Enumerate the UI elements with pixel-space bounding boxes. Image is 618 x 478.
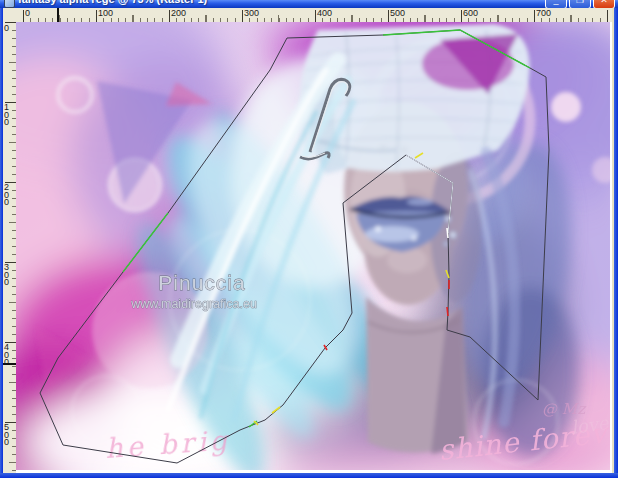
window-icon — [4, 0, 15, 8]
watermark-url: www.maidiregrafica.eu — [130, 297, 257, 311]
ruler-label: 500 — [390, 8, 405, 18]
restore-button[interactable]: ❐ — [569, 0, 591, 8]
ruler-label: 0 — [25, 8, 30, 18]
ruler-position-marker-left — [3, 363, 16, 365]
ruler-horizontal[interactable]: 0 100 200 300 400 500 600 700 — [16, 8, 612, 23]
ruler-label: 700 — [536, 8, 551, 18]
close-button[interactable]: ✕ — [593, 0, 615, 8]
ruler-vertical[interactable]: 0 100 200 300 400 500 — [3, 22, 17, 473]
ruler-label: 200 — [4, 184, 11, 207]
ruler-ticks-major — [5, 22, 16, 473]
ruler-position-marker-top — [57, 8, 59, 22]
ruler-label: 600 — [463, 8, 478, 18]
canvas-artwork[interactable]: Pinuccia www.maidiregrafica.eu he brig s… — [16, 22, 610, 470]
watermark-name: Pinuccia — [158, 271, 245, 294]
ruler-label: 100 — [4, 104, 11, 127]
titlebar[interactable]: fantasy alpha rege @ 73% (Raster 1) _ ❐ … — [0, 0, 618, 8]
minimize-button[interactable]: _ — [545, 0, 567, 8]
window-title: fantasy alpha rege @ 73% (Raster 1) — [18, 0, 207, 5]
ruler-corner — [3, 8, 17, 23]
ruler-label: 0 — [4, 25, 11, 33]
image-canvas[interactable]: Pinuccia www.maidiregrafica.eu he brig s… — [16, 22, 612, 473]
ruler-label: 300 — [244, 8, 259, 18]
ruler-label: 200 — [171, 8, 186, 18]
ruler-label: 300 — [4, 264, 11, 287]
ruler-label: 500 — [4, 424, 11, 447]
ruler-label: 100 — [98, 8, 113, 18]
artist-signature: @ Mz — [542, 400, 587, 418]
window-border-right — [614, 8, 618, 478]
ruler-label: 400 — [317, 8, 332, 18]
app-window: fantasy alpha rege @ 73% (Raster 1) _ ❐ … — [0, 0, 618, 478]
window-border-bottom — [0, 473, 618, 478]
